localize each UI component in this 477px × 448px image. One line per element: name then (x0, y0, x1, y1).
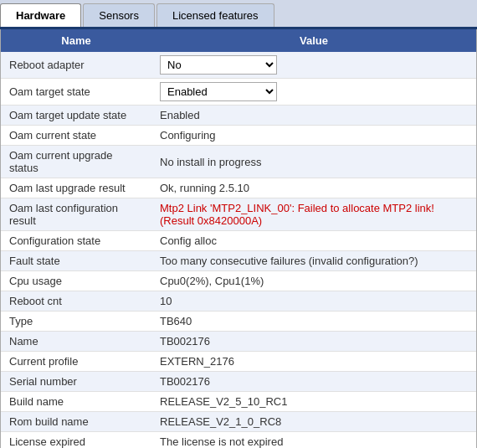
table-row: Oam last configuration resultMtp2 Link '… (1, 198, 476, 231)
row-value: EXTERN_2176 (151, 352, 476, 372)
table-row: Build nameRELEASE_V2_5_10_RC1 (1, 392, 476, 412)
row-name: Cpu usage (1, 271, 151, 291)
row-value: Enabled (151, 106, 476, 126)
table-row: License expiredThe license is not expire… (1, 432, 476, 449)
row-name: Name (1, 332, 151, 352)
tab-content: Name Value Reboot adapterNoYesOam target… (0, 29, 477, 448)
row-name: Current profile (1, 352, 151, 372)
table-row: Configuration stateConfig alloc (1, 231, 476, 251)
row-value: RELEASE_V2_1_0_RC8 (151, 412, 476, 432)
table-row: Oam target update stateEnabled (1, 106, 476, 126)
row-name: Oam current state (1, 126, 151, 146)
row-value: The license is not expired (151, 432, 476, 449)
table-row: Reboot cnt10 (1, 291, 476, 312)
row-name: Type (1, 312, 151, 332)
row-name: Build name (1, 392, 151, 412)
row-name: Oam target state (1, 79, 151, 106)
row-select[interactable]: NoYes (160, 55, 277, 75)
tabs-container: Hardware Sensors Licensed features Name … (0, 0, 477, 448)
row-value: Cpu0(2%), Cpu1(1%) (151, 271, 476, 291)
row-value: Ok, running 2.5.10 (151, 178, 476, 198)
table-row: Serial numberTB002176 (1, 372, 476, 392)
row-value: Config alloc (151, 231, 476, 251)
row-value: 10 (151, 291, 476, 312)
table-row: Oam target stateEnabledDisabled (1, 79, 476, 106)
tab-licensed-features[interactable]: Licensed features (156, 3, 274, 27)
col-header-value: Value (151, 29, 476, 52)
table-row: TypeTB640 (1, 312, 476, 332)
row-name: Rom build name (1, 412, 151, 432)
table-row: Oam current stateConfiguring (1, 126, 476, 146)
row-value[interactable]: NoYes (151, 52, 476, 79)
hardware-table: Name Value Reboot adapterNoYesOam target… (1, 29, 476, 448)
row-name: Oam last upgrade result (1, 178, 151, 198)
row-value: TB002176 (151, 372, 476, 392)
table-row: Rom build nameRELEASE_V2_1_0_RC8 (1, 412, 476, 432)
table-row: Cpu usageCpu0(2%), Cpu1(1%) (1, 271, 476, 291)
row-name: License expired (1, 432, 151, 449)
row-value: TB640 (151, 312, 476, 332)
table-row: Fault stateToo many consecutive failures… (1, 251, 476, 271)
tab-sensors[interactable]: Sensors (83, 3, 155, 27)
row-name: Serial number (1, 372, 151, 392)
row-select[interactable]: EnabledDisabled (160, 82, 277, 101)
table-row: Reboot adapterNoYes (1, 52, 476, 79)
tab-hardware[interactable]: Hardware (0, 3, 81, 27)
row-value: No install in progress (151, 146, 476, 178)
row-name: Oam target update state (1, 106, 151, 126)
row-value: TB002176 (151, 332, 476, 352)
row-name: Configuration state (1, 231, 151, 251)
table-row: Oam current upgrade statusNo install in … (1, 146, 476, 178)
table-row: Oam last upgrade resultOk, running 2.5.1… (1, 178, 476, 198)
table-row: NameTB002176 (1, 332, 476, 352)
row-value: Configuring (151, 126, 476, 146)
row-value: RELEASE_V2_5_10_RC1 (151, 392, 476, 412)
row-name: Reboot adapter (1, 52, 151, 79)
row-name: Fault state (1, 251, 151, 271)
row-value: Too many consecutive failures (invalid c… (151, 251, 476, 271)
tab-bar: Hardware Sensors Licensed features (0, 0, 477, 29)
row-name: Oam current upgrade status (1, 146, 151, 178)
row-value[interactable]: EnabledDisabled (151, 79, 476, 106)
table-row: Current profileEXTERN_2176 (1, 352, 476, 372)
col-header-name: Name (1, 29, 151, 52)
row-name: Oam last configuration result (1, 198, 151, 231)
row-value: Mtp2 Link 'MTP2_LINK_00': Failed to allo… (151, 198, 476, 231)
row-name: Reboot cnt (1, 291, 151, 312)
